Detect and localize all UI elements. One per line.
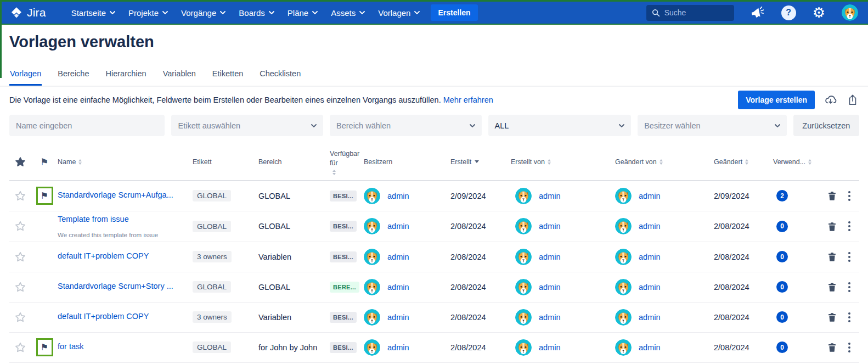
learn-more-link[interactable]: Mehr erfahren: [443, 96, 493, 104]
created-by-link[interactable]: admin: [539, 192, 561, 200]
column-header-geaendert-von[interactable]: Geändert von: [615, 158, 714, 167]
modified-by-cell: admin: [615, 309, 714, 326]
flag-toggle[interactable]: ⚑: [36, 187, 53, 205]
delete-button[interactable]: [827, 252, 837, 261]
capture-border-top: [0, 0, 868, 2]
owner-link[interactable]: admin: [387, 222, 409, 231]
name-filter-input[interactable]: [16, 121, 158, 130]
type-filter-select[interactable]: ALL: [488, 115, 632, 136]
created-by-link[interactable]: admin: [539, 283, 561, 292]
usage-count-badge[interactable]: 0: [776, 281, 788, 293]
created-by-link[interactable]: admin: [539, 313, 561, 322]
star-outline-icon: [15, 342, 26, 353]
sort-desc-icon: [475, 160, 479, 163]
flag-toggle[interactable]: ⚑: [36, 338, 53, 356]
tab[interactable]: Vorlagen: [9, 67, 42, 86]
owner-link[interactable]: admin: [387, 253, 409, 261]
column-header-erstellt[interactable]: Erstellt: [450, 158, 511, 167]
bereich-value: GLOBAL: [258, 283, 330, 292]
scope-filter-select[interactable]: Bereich wählen: [330, 115, 482, 136]
nav-menu-item[interactable]: Vorlagen: [371, 2, 426, 24]
star-toggle[interactable]: [9, 251, 31, 262]
delete-button[interactable]: [827, 343, 837, 352]
column-header-bereich[interactable]: Bereich: [258, 158, 330, 167]
flag-column-header[interactable]: ⚑: [31, 158, 58, 167]
usage-count-badge[interactable]: 2: [776, 190, 788, 201]
owner-filter-select[interactable]: Besitzer wählen: [638, 115, 787, 136]
template-name-link[interactable]: for task: [58, 342, 84, 351]
create-button[interactable]: Erstellen: [431, 4, 477, 21]
owner-link[interactable]: admin: [387, 192, 409, 200]
more-options-button[interactable]: [847, 281, 852, 293]
help-button[interactable]: ?: [781, 5, 796, 20]
announcements-button[interactable]: [751, 6, 765, 19]
delete-button[interactable]: [827, 282, 837, 292]
owner-link[interactable]: admin: [387, 343, 409, 352]
more-options-button[interactable]: [847, 190, 852, 202]
usage-count-badge[interactable]: 0: [776, 221, 788, 232]
star-column-header[interactable]: [9, 156, 31, 167]
import-button[interactable]: [824, 93, 838, 107]
delete-button[interactable]: [827, 191, 837, 200]
usage-count-badge[interactable]: 0: [776, 251, 788, 262]
delete-button[interactable]: [827, 312, 837, 322]
column-header-erstellt-von[interactable]: Erstellt von: [511, 158, 615, 167]
tab[interactable]: Checklisten: [259, 67, 301, 86]
template-name-link[interactable]: Standardvorlage Scrum+Aufga...: [58, 191, 173, 199]
create-template-button[interactable]: Vorlage erstellen: [738, 91, 815, 109]
modified-by-link[interactable]: admin: [639, 253, 661, 261]
column-header-geaendert[interactable]: Geändert: [714, 158, 773, 167]
template-name-link[interactable]: default IT+problem COPY: [58, 251, 149, 260]
column-header-verwendungen[interactable]: Verwend...: [773, 158, 816, 167]
column-header-verfuegbar[interactable]: Verfügbar für: [330, 149, 364, 175]
owner-link[interactable]: admin: [387, 313, 409, 322]
star-toggle[interactable]: [9, 282, 31, 293]
profile-button[interactable]: [842, 4, 858, 21]
nav-menu-item[interactable]: Pläne: [281, 2, 324, 24]
reset-filters-button[interactable]: Zurücksetzen: [793, 115, 859, 136]
tab[interactable]: Etiketten: [212, 67, 244, 86]
nav-menu-item[interactable]: Projekte: [122, 2, 174, 24]
modified-by-link[interactable]: admin: [639, 343, 661, 352]
export-button[interactable]: [847, 93, 859, 107]
jira-logo[interactable]: Jira: [10, 6, 46, 19]
nav-menu-item[interactable]: Boards: [232, 2, 281, 24]
column-header-etikett[interactable]: Etikett: [193, 158, 258, 167]
star-toggle[interactable]: [9, 312, 31, 323]
more-options-button[interactable]: [847, 220, 852, 232]
more-options-button[interactable]: [847, 341, 852, 354]
delete-button[interactable]: [827, 222, 837, 231]
owner-link[interactable]: admin: [387, 283, 409, 292]
usage-count-badge[interactable]: 0: [776, 341, 788, 353]
settings-button[interactable]: ⚙: [813, 5, 825, 20]
star-toggle[interactable]: [9, 221, 31, 232]
column-header-name[interactable]: Name: [58, 158, 193, 167]
created-by-link[interactable]: admin: [539, 343, 561, 352]
more-options-button[interactable]: [847, 251, 852, 263]
more-options-button[interactable]: [847, 311, 852, 323]
column-header-besitzern[interactable]: Besitzern: [364, 158, 450, 167]
modified-by-link[interactable]: admin: [639, 313, 661, 322]
template-name-link[interactable]: Standardvorlage Scrum+Story ...: [58, 282, 173, 290]
tab[interactable]: Variablen: [162, 67, 196, 86]
tab[interactable]: Hierarchien: [105, 67, 146, 86]
modified-by-link[interactable]: admin: [639, 222, 661, 231]
trash-icon: [827, 222, 837, 231]
label-filter-select[interactable]: Etikett auswählen: [171, 115, 323, 136]
star-toggle[interactable]: [9, 191, 31, 201]
usage-count-badge[interactable]: 0: [776, 311, 788, 323]
template-name-link[interactable]: default IT+problem COPY: [58, 312, 149, 321]
nav-menu-item[interactable]: Vorgänge: [174, 2, 232, 24]
modified-by-link[interactable]: admin: [639, 283, 661, 292]
name-filter-field[interactable]: [9, 115, 165, 136]
nav-menu-item[interactable]: Assets: [324, 2, 371, 24]
modified-by-link[interactable]: admin: [639, 192, 661, 200]
created-by-link[interactable]: admin: [539, 253, 561, 261]
star-toggle[interactable]: [9, 342, 31, 353]
tab[interactable]: Bereiche: [57, 67, 89, 86]
search-input[interactable]: [664, 8, 725, 17]
created-by-link[interactable]: admin: [539, 222, 561, 231]
nav-menu-item[interactable]: Startseite: [65, 2, 122, 24]
global-search[interactable]: [646, 5, 734, 21]
template-name-link[interactable]: Template from issue: [58, 215, 129, 223]
